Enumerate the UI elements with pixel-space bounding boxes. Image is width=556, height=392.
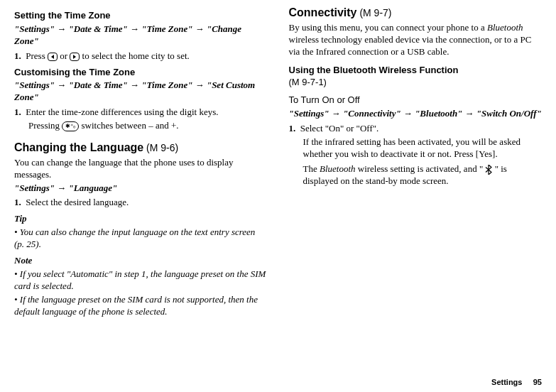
- tip-body: You can also change the input language o…: [14, 227, 268, 251]
- setting-tz-heading: Setting the Time Zone: [14, 10, 268, 22]
- conn-heading: Connectivity: [289, 6, 357, 18]
- left-nav-key-icon: [48, 53, 58, 61]
- btfunc-body1: If the infrared setting has been activat…: [303, 136, 543, 160]
- btfunc-body2: The Bluetooth wireless setting is activa…: [303, 163, 543, 187]
- lang-step1: 1. Select the desired language.: [14, 197, 268, 209]
- note-body-2: If the language preset on the SIM card i…: [14, 294, 268, 318]
- custom-tz-step1b: Pressing ✱⁺₀ switches between – and +.: [28, 120, 268, 132]
- bluetooth-icon: [485, 165, 492, 175]
- lang-menu-code: (M 9-6): [143, 142, 178, 153]
- page-footer: Settings 95: [491, 378, 542, 386]
- right-nav-key-icon: [70, 53, 80, 61]
- lang-heading: Changing the Language: [14, 141, 143, 153]
- conn-intro: By using this menu, you can connect your…: [289, 22, 543, 58]
- setting-tz-step1: 1. Press or to select the home city to s…: [14, 50, 268, 62]
- conn-menu-code: (M 9-7): [357, 7, 392, 18]
- footer-section: Settings: [491, 378, 522, 386]
- custom-tz-path: "Settings" → "Date & Time" → "Time Zone"…: [14, 80, 268, 104]
- conn-heading-row: Connectivity (M 9-7): [289, 6, 543, 21]
- custom-tz-step1: 1. Enter the time-zone differences using…: [14, 107, 268, 119]
- setting-tz-path: "Settings" → "Date & Time" → "Time Zone"…: [14, 23, 268, 48]
- star-key-icon: ✱⁺₀: [62, 121, 79, 131]
- lang-heading-row: Changing the Language (M 9-6): [14, 141, 268, 156]
- note-body-1: If you select "Automatic" in step 1, the…: [14, 268, 268, 293]
- btfunc-menu-code: (M 9-7-1): [289, 77, 327, 87]
- custom-tz-heading: Customising the Time Zone: [14, 67, 268, 79]
- left-column: Setting the Time Zone "Settings" → "Date…: [14, 6, 268, 320]
- btfunc-step1: 1. Select "On" or "Off".: [289, 123, 543, 135]
- footer-page: 95: [533, 378, 542, 386]
- note-label: Note: [14, 255, 268, 267]
- btfunc-path: "Settings" → "Connectivity" → "Bluetooth…: [289, 108, 543, 120]
- btfunc-sub: To Turn On or Off: [289, 94, 543, 107]
- lang-path: "Settings" → "Language": [14, 183, 268, 195]
- tip-label: Tip: [14, 213, 268, 225]
- lang-intro: You can change the language that the pho…: [14, 157, 268, 181]
- right-column: Connectivity (M 9-7) By using this menu,…: [289, 6, 543, 320]
- btfunc-heading: Using the Bluetooth Wireless Function (M…: [289, 65, 543, 89]
